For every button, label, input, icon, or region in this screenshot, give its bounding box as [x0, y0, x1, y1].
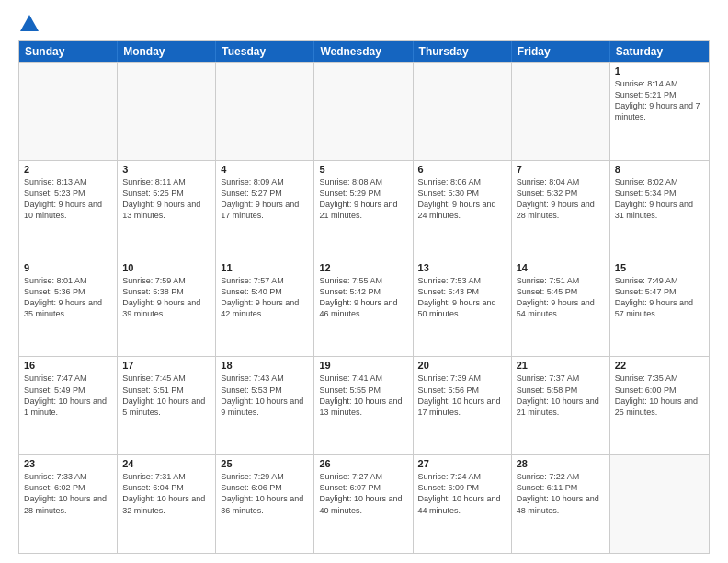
header [18, 15, 710, 33]
calendar-header-cell: Friday [512, 41, 610, 62]
day-info: Sunrise: 7:31 AM Sunset: 6:04 PM Dayligh… [122, 471, 210, 516]
day-info: Sunrise: 7:29 AM Sunset: 6:06 PM Dayligh… [221, 471, 309, 516]
day-info: Sunrise: 8:04 AM Sunset: 5:32 PM Dayligh… [517, 177, 605, 222]
calendar-day-12: 12Sunrise: 7:55 AM Sunset: 5:42 PM Dayli… [314, 259, 413, 357]
day-number: 12 [319, 262, 407, 273]
calendar-day-17: 17Sunrise: 7:45 AM Sunset: 5:51 PM Dayli… [118, 357, 216, 454]
day-info: Sunrise: 7:59 AM Sunset: 5:38 PM Dayligh… [122, 275, 210, 320]
day-info: Sunrise: 7:35 AM Sunset: 6:00 PM Dayligh… [615, 373, 704, 418]
calendar-week-5: 23Sunrise: 7:33 AM Sunset: 6:02 PM Dayli… [19, 454, 709, 553]
day-number: 24 [122, 458, 210, 469]
calendar-header-cell: Thursday [414, 41, 512, 62]
day-number: 28 [517, 458, 605, 469]
day-number: 17 [122, 360, 210, 371]
calendar: SundayMondayTuesdayWednesdayThursdayFrid… [18, 40, 710, 554]
day-number: 1 [615, 65, 704, 76]
calendar-day-empty [610, 455, 709, 553]
day-number: 20 [418, 360, 506, 371]
calendar-day-16: 16Sunrise: 7:47 AM Sunset: 5:49 PM Dayli… [19, 357, 118, 454]
day-info: Sunrise: 7:47 AM Sunset: 5:49 PM Dayligh… [24, 373, 112, 418]
day-info: Sunrise: 8:13 AM Sunset: 5:23 PM Dayligh… [24, 177, 112, 222]
calendar-day-10: 10Sunrise: 7:59 AM Sunset: 5:38 PM Dayli… [118, 259, 216, 357]
day-info: Sunrise: 8:01 AM Sunset: 5:36 PM Dayligh… [24, 275, 112, 320]
calendar-day-19: 19Sunrise: 7:41 AM Sunset: 5:55 PM Dayli… [314, 357, 413, 454]
calendar-day-3: 3Sunrise: 8:11 AM Sunset: 5:25 PM Daylig… [118, 161, 216, 259]
calendar-day-8: 8Sunrise: 8:02 AM Sunset: 5:34 PM Daylig… [610, 161, 709, 259]
calendar-day-15: 15Sunrise: 7:49 AM Sunset: 5:47 PM Dayli… [610, 259, 709, 357]
calendar-day-empty [414, 63, 512, 160]
day-number: 11 [221, 262, 309, 273]
calendar-day-empty [118, 63, 216, 160]
calendar-day-empty [19, 63, 118, 160]
day-number: 5 [319, 164, 407, 175]
day-number: 10 [122, 262, 210, 273]
calendar-header-cell: Sunday [19, 41, 118, 62]
day-number: 26 [319, 458, 407, 469]
day-info: Sunrise: 7:41 AM Sunset: 5:55 PM Dayligh… [319, 373, 407, 418]
calendar-day-4: 4Sunrise: 8:09 AM Sunset: 5:27 PM Daylig… [216, 161, 314, 259]
day-info: Sunrise: 7:33 AM Sunset: 6:02 PM Dayligh… [24, 471, 112, 516]
calendar-header-cell: Saturday [610, 41, 709, 62]
calendar-day-13: 13Sunrise: 7:53 AM Sunset: 5:43 PM Dayli… [414, 259, 512, 357]
day-number: 27 [418, 458, 506, 469]
calendar-day-27: 27Sunrise: 7:24 AM Sunset: 6:09 PM Dayli… [414, 455, 512, 553]
day-info: Sunrise: 7:22 AM Sunset: 6:11 PM Dayligh… [517, 471, 605, 516]
day-info: Sunrise: 8:02 AM Sunset: 5:34 PM Dayligh… [615, 177, 704, 222]
calendar-header-cell: Monday [118, 41, 216, 62]
page: SundayMondayTuesdayWednesdayThursdayFrid… [0, 0, 728, 563]
day-number: 7 [517, 164, 605, 175]
calendar-day-20: 20Sunrise: 7:39 AM Sunset: 5:56 PM Dayli… [414, 357, 512, 454]
calendar-day-24: 24Sunrise: 7:31 AM Sunset: 6:04 PM Dayli… [118, 455, 216, 553]
calendar-day-28: 28Sunrise: 7:22 AM Sunset: 6:11 PM Dayli… [512, 455, 610, 553]
calendar-day-26: 26Sunrise: 7:27 AM Sunset: 6:07 PM Dayli… [314, 455, 413, 553]
day-number: 3 [122, 164, 210, 175]
day-number: 2 [24, 164, 112, 175]
day-info: Sunrise: 8:06 AM Sunset: 5:30 PM Dayligh… [418, 177, 506, 222]
calendar-week-4: 16Sunrise: 7:47 AM Sunset: 5:49 PM Dayli… [19, 356, 709, 454]
day-info: Sunrise: 7:27 AM Sunset: 6:07 PM Dayligh… [319, 471, 407, 516]
calendar-week-1: 1Sunrise: 8:14 AM Sunset: 5:21 PM Daylig… [19, 62, 709, 160]
calendar-day-18: 18Sunrise: 7:43 AM Sunset: 5:53 PM Dayli… [216, 357, 314, 454]
day-info: Sunrise: 7:45 AM Sunset: 5:51 PM Dayligh… [122, 373, 210, 418]
day-info: Sunrise: 7:39 AM Sunset: 5:56 PM Dayligh… [418, 373, 506, 418]
day-info: Sunrise: 7:37 AM Sunset: 5:58 PM Dayligh… [517, 373, 605, 418]
calendar-week-2: 2Sunrise: 8:13 AM Sunset: 5:23 PM Daylig… [19, 160, 709, 259]
day-number: 8 [615, 164, 704, 175]
day-number: 13 [418, 262, 506, 273]
day-number: 21 [517, 360, 605, 371]
day-number: 15 [615, 262, 704, 273]
calendar-header-cell: Tuesday [216, 41, 314, 62]
calendar-body: 1Sunrise: 8:14 AM Sunset: 5:21 PM Daylig… [19, 62, 709, 553]
calendar-week-3: 9Sunrise: 8:01 AM Sunset: 5:36 PM Daylig… [19, 259, 709, 357]
day-number: 23 [24, 458, 112, 469]
logo-triangle-icon [20, 15, 39, 31]
day-info: Sunrise: 7:57 AM Sunset: 5:40 PM Dayligh… [221, 275, 309, 320]
calendar-day-6: 6Sunrise: 8:06 AM Sunset: 5:30 PM Daylig… [414, 161, 512, 259]
day-info: Sunrise: 8:09 AM Sunset: 5:27 PM Dayligh… [221, 177, 309, 222]
day-number: 18 [221, 360, 309, 371]
calendar-day-25: 25Sunrise: 7:29 AM Sunset: 6:06 PM Dayli… [216, 455, 314, 553]
calendar-day-11: 11Sunrise: 7:57 AM Sunset: 5:40 PM Dayli… [216, 259, 314, 357]
day-info: Sunrise: 7:49 AM Sunset: 5:47 PM Dayligh… [615, 275, 704, 320]
day-number: 9 [24, 262, 112, 273]
calendar-day-empty [512, 63, 610, 160]
day-info: Sunrise: 7:55 AM Sunset: 5:42 PM Dayligh… [319, 275, 407, 320]
calendar-day-21: 21Sunrise: 7:37 AM Sunset: 5:58 PM Dayli… [512, 357, 610, 454]
day-number: 19 [319, 360, 407, 371]
day-number: 14 [517, 262, 605, 273]
calendar-day-1: 1Sunrise: 8:14 AM Sunset: 5:21 PM Daylig… [610, 63, 709, 160]
calendar-day-7: 7Sunrise: 8:04 AM Sunset: 5:32 PM Daylig… [512, 161, 610, 259]
calendar-day-23: 23Sunrise: 7:33 AM Sunset: 6:02 PM Dayli… [19, 455, 118, 553]
day-info: Sunrise: 8:11 AM Sunset: 5:25 PM Dayligh… [122, 177, 210, 222]
calendar-day-9: 9Sunrise: 8:01 AM Sunset: 5:36 PM Daylig… [19, 259, 118, 357]
day-number: 16 [24, 360, 112, 371]
calendar-day-2: 2Sunrise: 8:13 AM Sunset: 5:23 PM Daylig… [19, 161, 118, 259]
day-info: Sunrise: 7:51 AM Sunset: 5:45 PM Dayligh… [517, 275, 605, 320]
calendar-day-22: 22Sunrise: 7:35 AM Sunset: 6:00 PM Dayli… [610, 357, 709, 454]
calendar-header-row: SundayMondayTuesdayWednesdayThursdayFrid… [19, 41, 709, 62]
calendar-day-14: 14Sunrise: 7:51 AM Sunset: 5:45 PM Dayli… [512, 259, 610, 357]
day-info: Sunrise: 8:08 AM Sunset: 5:29 PM Dayligh… [319, 177, 407, 222]
calendar-day-empty [216, 63, 314, 160]
day-number: 4 [221, 164, 309, 175]
day-info: Sunrise: 8:14 AM Sunset: 5:21 PM Dayligh… [615, 78, 704, 123]
